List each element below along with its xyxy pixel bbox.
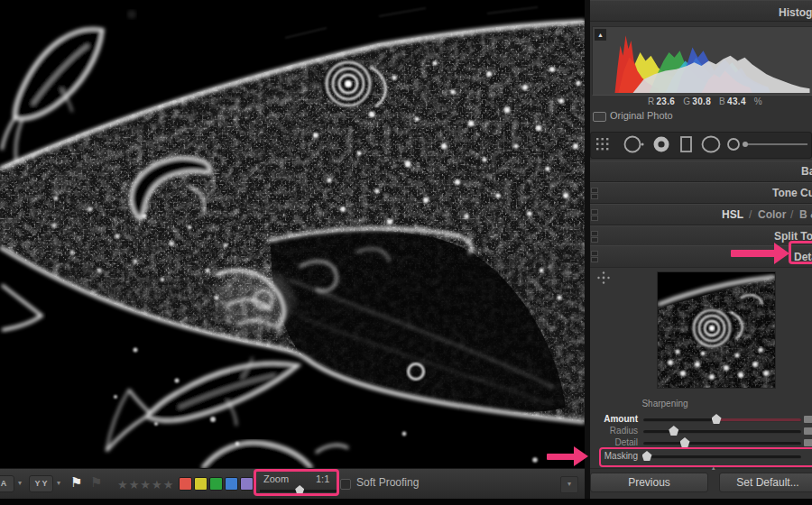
star-icon[interactable]: ★	[140, 478, 152, 491]
slider-thumb[interactable]	[680, 437, 690, 447]
solo-mode-icon	[591, 231, 597, 241]
toolbar-options-caret[interactable]: ▾	[560, 476, 578, 493]
sharpening-section-label: Sharpening	[593, 399, 737, 409]
panel-header-basic[interactable]: Basic	[590, 161, 812, 182]
adjustment-brush-icon[interactable]	[728, 139, 807, 150]
slider-label: Amount	[590, 414, 638, 424]
zoom-slider[interactable]	[260, 490, 337, 493]
reject-flag-icon[interactable]: ⚑	[90, 474, 102, 491]
amount-slider[interactable]	[643, 418, 801, 422]
solo-mode-icon	[591, 209, 597, 219]
red-eye-tool-icon[interactable]	[654, 137, 669, 152]
set-default-button[interactable]: Set Default...	[719, 473, 812, 492]
histogram-title: Histogram	[779, 6, 812, 19]
zoom-label: Zoom	[263, 473, 289, 484]
masking-slider[interactable]	[643, 455, 801, 459]
previous-button[interactable]: Previous	[590, 473, 708, 492]
loupe-view-caret-icon[interactable]: ▾	[18, 479, 22, 487]
solo-mode-icon	[591, 188, 597, 197]
color-label-chip-2[interactable]	[209, 477, 223, 491]
slider-value	[804, 427, 812, 435]
slider-thumb[interactable]	[712, 414, 722, 424]
sharpen-preview-thumbnail[interactable]	[657, 271, 776, 389]
slider-row-masking: Masking	[590, 451, 812, 463]
slider-thumb[interactable]	[669, 426, 678, 436]
whale-shark-edge-mask-art	[0, 0, 585, 468]
tool-strip	[590, 132, 812, 159]
pick-flag-icon[interactable]: ⚑	[70, 474, 82, 491]
radial-filter-icon[interactable]	[703, 137, 720, 152]
histogram-graph	[593, 27, 810, 93]
slider-row-detail: Detail	[590, 437, 812, 449]
zoom-slider-thumb[interactable]	[295, 485, 304, 494]
histogram[interactable]: ▲	[592, 26, 812, 96]
star-rating[interactable]: ★★★★★	[117, 476, 174, 492]
radius-slider[interactable]	[643, 430, 801, 434]
loupe-view-button[interactable]: A	[0, 475, 14, 492]
star-icon[interactable]: ★	[163, 478, 175, 491]
histogram-panel-header[interactable]: Histogram	[590, 0, 812, 22]
color-label-chip-0[interactable]	[179, 477, 192, 491]
color-label-chip-4[interactable]	[240, 477, 254, 491]
solo-mode-icon	[591, 251, 597, 261]
panel-header-hsl[interactable]: HSL / Color / B & W	[590, 204, 812, 225]
before-after-caret-icon[interactable]: ▾	[57, 479, 60, 487]
panel-header-detail[interactable]: Detail	[590, 245, 812, 268]
spot-removal-icon[interactable]	[625, 137, 644, 152]
before-after-view-button[interactable]: Y Y	[29, 475, 53, 492]
soft-proofing-checkbox[interactable]	[340, 479, 351, 490]
slider-value	[804, 416, 812, 423]
shadow-clipping-indicator[interactable]: ▲	[595, 29, 606, 41]
color-label-chip-3[interactable]	[225, 477, 238, 491]
color-label-chip-1[interactable]	[194, 477, 208, 491]
bottom-toolbar: A ▾ Y Y ▾ ⚑ ⚑ ★★★★★ Zoom 1:1 Soft Proofi…	[0, 468, 585, 499]
slider-thumb[interactable]	[642, 451, 652, 461]
panel-collapse-icon[interactable]: ▴	[712, 464, 715, 472]
slider-value	[804, 439, 812, 446]
zoom-ratio-value[interactable]: 1:1	[316, 473, 329, 484]
photo-canvas-masking-preview[interactable]	[0, 0, 585, 468]
star-icon[interactable]: ★	[152, 478, 163, 491]
panel-header-tone-curve[interactable]: Tone Curve	[590, 182, 812, 204]
slider-label: Radius	[590, 426, 638, 436]
lightroom-develop-window: Histogram ▲ R23.6 G30.8 B43.4	[0, 0, 812, 505]
detail-panel-content: Sharpening AmountRadiusDetailMasking	[590, 267, 812, 469]
detail-slider[interactable]	[643, 442, 801, 445]
graduated-filter-icon[interactable]	[681, 137, 691, 152]
slider-row-radius: Radius	[590, 426, 812, 437]
slider-label: Detail	[590, 437, 638, 447]
window-bottom-edge	[0, 499, 812, 505]
photo-frame-icon	[593, 112, 606, 122]
slider-row-amount: Amount	[590, 414, 812, 426]
rgb-readout: R23.6 G30.8 B43.4 %	[599, 96, 811, 106]
gill-area	[215, 268, 294, 333]
star-icon[interactable]: ★	[129, 478, 141, 491]
star-icon[interactable]: ★	[117, 478, 129, 491]
soft-proofing-label: Soft Proofing	[356, 476, 419, 489]
right-panel: Histogram ▲ R23.6 G30.8 B43.4	[585, 0, 812, 499]
sharpen-target-icon[interactable]	[596, 271, 611, 285]
panel-header-split-toning[interactable]: Split Toning	[590, 225, 812, 247]
slider-label: Masking	[590, 451, 638, 461]
crop-tool-icon[interactable]	[596, 138, 608, 150]
